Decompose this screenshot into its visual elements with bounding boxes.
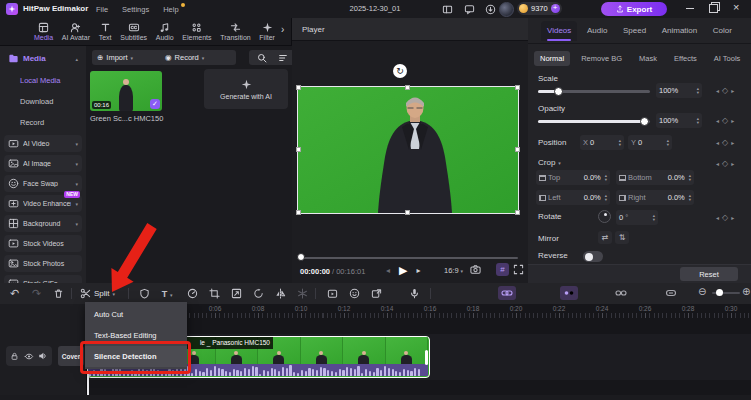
menu-help[interactable]: Help <box>163 5 178 14</box>
redo-icon[interactable]: ↷ <box>30 287 43 300</box>
snapshot-camera-icon[interactable] <box>470 264 481 275</box>
crop-left-box[interactable]: Left0.0%▴▾ <box>536 190 610 205</box>
sidebar-item-media[interactable]: Media▴ <box>4 50 82 67</box>
mirror-vertical-icon[interactable]: ⇅ <box>615 231 629 244</box>
menu-item-auto-cut[interactable]: Auto Cut <box>85 304 187 325</box>
ribbon-tab-filter[interactable]: Filter <box>259 22 275 41</box>
position-x-box[interactable]: X 0 ▴▾ <box>580 135 624 150</box>
stepper-icon[interactable]: ▴▾ <box>605 174 607 181</box>
clip-trim-handle[interactable] <box>425 350 429 365</box>
opacity-value-box[interactable]: 100% ▴▾ <box>656 113 702 128</box>
add-coins-button[interactable]: + <box>551 4 560 13</box>
properties-subtab-mask[interactable]: Mask <box>633 51 663 66</box>
scale-slider[interactable] <box>538 90 650 93</box>
scale-value-box[interactable]: 100% ▴▾ <box>656 83 702 98</box>
stepper-icon[interactable]: ▴▾ <box>689 194 691 201</box>
reverse-toggle[interactable] <box>583 251 603 262</box>
sidebar-item-face-swap[interactable]: Face Swap▾ <box>4 175 82 192</box>
ribbon-tab-text[interactable]: Text <box>99 22 112 41</box>
export-button[interactable]: Export <box>601 2 667 16</box>
stepper-icon[interactable]: ▴▾ <box>605 194 607 201</box>
opacity-slider[interactable] <box>538 120 650 123</box>
ribbon-tab-ai-avatar[interactable]: AI Avatar <box>62 22 90 41</box>
scale-tool-icon[interactable] <box>230 287 243 300</box>
sidebar-item-ai-video[interactable]: AI Video▾ <box>4 135 82 152</box>
scrubber-thumb[interactable] <box>297 253 305 261</box>
resize-handle[interactable] <box>515 210 520 215</box>
crop-section[interactable]: Crop ▾ <box>538 158 561 167</box>
sidebar-item-video-enhancer[interactable]: Video Enhancer▾NEW <box>4 195 82 212</box>
link-clips-icon[interactable] <box>498 286 516 300</box>
speed-icon[interactable] <box>186 287 199 300</box>
coin-balance[interactable]: 9370 + <box>517 2 562 15</box>
feedback-chat-icon[interactable] <box>463 3 476 16</box>
grid-overlay-icon[interactable]: # <box>496 263 509 276</box>
sticker-tv-icon[interactable] <box>326 287 339 300</box>
properties-tab-speed[interactable]: Speed <box>617 21 652 41</box>
video-preview[interactable] <box>298 87 518 213</box>
menu-file[interactable]: File <box>96 5 108 14</box>
freeze-frame-icon[interactable] <box>296 287 309 300</box>
mute-speaker-icon[interactable] <box>38 351 48 361</box>
resize-handle[interactable] <box>405 85 410 90</box>
properties-tab-animation[interactable]: Animation <box>656 21 704 41</box>
crop-keyframe-controls[interactable]: ◂◇▸ <box>716 159 734 168</box>
ribbon-tab-audio[interactable]: Audio <box>156 22 174 41</box>
sidebar-item-stock-photos[interactable]: Stock Photos <box>4 255 82 272</box>
zoom-in-icon[interactable]: ⊕ <box>742 286 750 297</box>
resize-handle[interactable] <box>515 147 520 152</box>
stepper-icon[interactable]: ▴▾ <box>653 214 655 221</box>
layout-icon[interactable] <box>441 3 454 16</box>
rotate-knob[interactable] <box>598 210 611 223</box>
crop-tool-icon[interactable] <box>208 287 221 300</box>
window-restore-button[interactable] <box>709 4 718 13</box>
opacity-keyframe-controls[interactable]: ◂◇▸ <box>716 116 734 125</box>
resize-handle[interactable] <box>296 85 301 90</box>
marker-shield-icon[interactable] <box>138 287 151 300</box>
crop-right-box[interactable]: Right0.0%▴▾ <box>616 190 694 205</box>
playhead[interactable] <box>87 372 89 396</box>
resize-handle[interactable] <box>515 85 520 90</box>
media-clip-thumbnail[interactable]: 00:16 ✓ <box>90 71 162 111</box>
reset-button[interactable]: Reset <box>680 267 738 281</box>
rotate-keyframe-controls[interactable]: ◂◇▸ <box>716 213 734 222</box>
rotate-handle-icon[interactable]: ↻ <box>393 64 407 78</box>
chevron-down-icon[interactable]: ▾ <box>170 292 173 298</box>
window-minimize-button[interactable] <box>686 8 694 9</box>
download-icon[interactable] <box>484 3 497 16</box>
crop-bottom-box[interactable]: Bottom0.0%▴▾ <box>616 170 694 185</box>
previous-frame-icon[interactable]: ◂ <box>386 266 390 275</box>
split-button[interactable]: Split ▾ <box>80 286 115 301</box>
crop-top-box[interactable]: Top0.0%▴▾ <box>536 170 610 185</box>
record-button[interactable]: ◉ Record ▾ <box>160 50 236 65</box>
clip-selected-check-icon[interactable]: ✓ <box>150 99 160 109</box>
eye-icon[interactable] <box>24 352 34 361</box>
properties-tab-videos[interactable]: Videos <box>541 21 577 41</box>
user-avatar[interactable] <box>499 2 514 17</box>
properties-subtab-ai-tools[interactable]: AI Tools <box>708 51 747 66</box>
stepper-icon[interactable]: ▴▾ <box>697 117 699 124</box>
resize-handle[interactable] <box>405 210 410 215</box>
ribbon-tab-transition[interactable]: Transition <box>220 22 250 41</box>
properties-subtab-effects[interactable]: Effects <box>668 51 703 66</box>
sidebar-item-background[interactable]: Background▾ <box>4 215 82 232</box>
preview-strip-icon[interactable] <box>662 286 680 300</box>
zoom-out-icon[interactable]: ⊖ <box>698 286 706 297</box>
stepper-icon[interactable]: ▴▾ <box>619 139 621 146</box>
stepper-icon[interactable]: ▴▾ <box>689 174 691 181</box>
properties-subtab-normal[interactable]: Normal <box>534 51 570 66</box>
mirror-horizontal-icon[interactable]: ⇄ <box>598 231 612 244</box>
rotate-value-box[interactable]: 0 ° ▴▾ <box>616 210 658 225</box>
ribbon-tab-media[interactable]: Media <box>34 22 53 41</box>
export-frame-icon[interactable] <box>370 287 383 300</box>
position-y-box[interactable]: Y 0 ▴▾ <box>628 135 672 150</box>
ribbon-tab-elements[interactable]: Elements <box>182 22 211 41</box>
properties-tab-audio[interactable]: Audio <box>581 21 613 41</box>
next-frame-icon[interactable]: ▸ <box>416 266 420 275</box>
sidebar-item-stock-videos[interactable]: Stock Videos <box>4 235 82 252</box>
menu-settings[interactable]: Settings <box>122 5 149 14</box>
delete-icon[interactable] <box>52 287 65 300</box>
undo-icon[interactable]: ↶ <box>8 287 21 300</box>
resize-handle[interactable] <box>296 147 301 152</box>
generate-with-ai-button[interactable]: Generate with AI <box>204 69 288 109</box>
